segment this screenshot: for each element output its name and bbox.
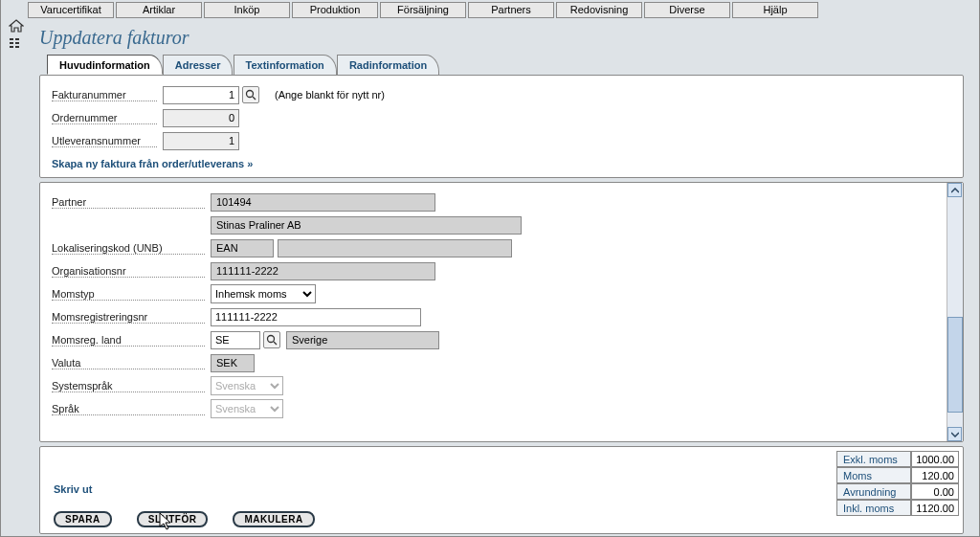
- search-icon: [245, 89, 256, 101]
- syssprak-label: Systemspråk: [52, 380, 205, 392]
- totals-grid: Exkl. moms 1000.00 Moms 120.00 Avrundnin…: [836, 451, 959, 516]
- svg-rect-3: [15, 42, 19, 44]
- content-area: Uppdatera fakturor Huvudinformation Adre…: [30, 21, 973, 536]
- header-panel: Fakturanummer (Ange blankt för nytt nr) …: [39, 75, 964, 178]
- tab-radinformation[interactable]: Radinformation: [337, 55, 439, 75]
- footer-panel: Skriv ut SPARA SLUTFÖR MAKULERA Exkl. mo…: [39, 446, 964, 534]
- page-title: Uppdatera fakturor: [30, 21, 973, 55]
- finish-button[interactable]: SLUTFÖR: [137, 511, 209, 527]
- menu-item-redovisning[interactable]: Redovisning: [556, 2, 642, 18]
- svg-rect-4: [10, 46, 13, 48]
- tab-huvudinformation[interactable]: Huvudinformation: [47, 55, 163, 75]
- delivery-number-input: [163, 132, 239, 150]
- scroll-down-button[interactable]: [947, 427, 962, 441]
- scroll-thumb[interactable]: [947, 317, 963, 413]
- invoice-number-input[interactable]: [163, 86, 239, 104]
- total-avr-value: 0.00: [911, 483, 959, 500]
- top-menu: Varucertifikat Artiklar Inköp Produktion…: [1, 0, 979, 20]
- chevron-down-icon: [951, 432, 959, 437]
- momsland-code-input[interactable]: [211, 331, 260, 349]
- total-inkl-label: Inkl. moms: [836, 500, 911, 516]
- chevron-up-icon: [951, 188, 959, 193]
- total-moms-label: Moms: [836, 467, 911, 483]
- partner-label: Partner: [52, 196, 205, 209]
- svg-rect-2: [10, 42, 13, 44]
- orgnr-box: 111111-2222: [211, 262, 435, 280]
- action-row: SPARA SLUTFÖR MAKULERA: [54, 511, 315, 527]
- order-number-label: Ordernummer: [52, 112, 157, 124]
- details-scrollbar[interactable]: [947, 183, 963, 441]
- invoice-number-search-button[interactable]: [242, 86, 259, 103]
- partner-id-box: 101494: [211, 193, 435, 212]
- tab-strip: Huvudinformation Adresser Textinformatio…: [47, 55, 973, 76]
- invoice-number-hint: (Ange blankt för nytt nr): [275, 89, 385, 101]
- invoice-number-label: Fakturanummer: [52, 89, 157, 101]
- print-link[interactable]: Skriv ut: [54, 483, 92, 495]
- search-icon: [266, 334, 278, 346]
- tab-textinformation[interactable]: Textinformation: [234, 55, 337, 75]
- unb-label: Lokaliseringskod (UNB): [52, 242, 205, 255]
- svg-line-7: [253, 97, 256, 100]
- menu-item-partners[interactable]: Partners: [468, 2, 554, 18]
- menu-item-inkop[interactable]: Inköp: [204, 2, 290, 18]
- menu-item-produktion[interactable]: Produktion: [292, 2, 378, 18]
- momsregnr-label: Momsregistreringsnr: [52, 311, 205, 324]
- svg-rect-5: [15, 46, 19, 48]
- delivery-number-label: Utleveransnummer: [52, 135, 157, 147]
- menu-item-artiklar[interactable]: Artiklar: [116, 2, 202, 18]
- details-scroll-body: Partner 101494 Stinas Praliner AB Lokali…: [40, 183, 947, 441]
- total-moms-value: 120.00: [911, 467, 959, 483]
- partner-name-box: Stinas Praliner AB: [211, 216, 522, 235]
- svg-rect-1: [15, 38, 19, 40]
- unb-code-box: EAN: [211, 239, 274, 257]
- save-button[interactable]: SPARA: [54, 511, 112, 527]
- cancel-button[interactable]: MAKULERA: [233, 511, 314, 527]
- left-rail: [5, 19, 28, 50]
- svg-rect-0: [10, 38, 13, 40]
- orgnr-label: Organisationsnr: [52, 265, 205, 278]
- momstyp-select[interactable]: Inhemsk moms: [211, 284, 316, 303]
- valuta-box: SEK: [211, 354, 255, 372]
- total-avr-label: Avrundning: [836, 483, 911, 500]
- list-icon[interactable]: [10, 38, 23, 50]
- momsregnr-input[interactable]: [211, 308, 421, 326]
- details-panel: Partner 101494 Stinas Praliner AB Lokali…: [39, 182, 964, 442]
- svg-line-9: [274, 342, 277, 345]
- scroll-up-button[interactable]: [947, 183, 962, 197]
- svg-point-8: [268, 336, 275, 343]
- home-icon[interactable]: [9, 19, 24, 33]
- total-exkl-value: 1000.00: [911, 451, 959, 467]
- momsland-label: Momsreg. land: [52, 334, 205, 347]
- sprak-select: Svenska: [211, 399, 283, 418]
- menu-item-forsaljning[interactable]: Försäljning: [380, 2, 466, 18]
- menu-item-varucertifikat[interactable]: Varucertifikat: [28, 2, 114, 18]
- valuta-label: Valuta: [52, 357, 205, 369]
- order-number-input: [163, 109, 239, 127]
- momsland-search-button[interactable]: [263, 331, 280, 348]
- momsland-name-box: Sverige: [286, 331, 439, 349]
- momstyp-label: Momstyp: [52, 288, 205, 301]
- menu-item-hjalp[interactable]: Hjälp: [732, 2, 818, 18]
- total-exkl-label: Exkl. moms: [836, 451, 911, 467]
- create-from-order-link[interactable]: Skapa ny faktura från order/utleverans »: [52, 158, 253, 169]
- unb-value-box: [278, 239, 512, 257]
- syssprak-select: Svenska: [211, 376, 283, 395]
- total-inkl-value: 1120.00: [911, 500, 959, 516]
- sprak-label: Språk: [52, 403, 205, 415]
- tab-adresser[interactable]: Adresser: [163, 55, 234, 75]
- menu-item-diverse[interactable]: Diverse: [644, 2, 730, 18]
- svg-point-6: [247, 91, 254, 98]
